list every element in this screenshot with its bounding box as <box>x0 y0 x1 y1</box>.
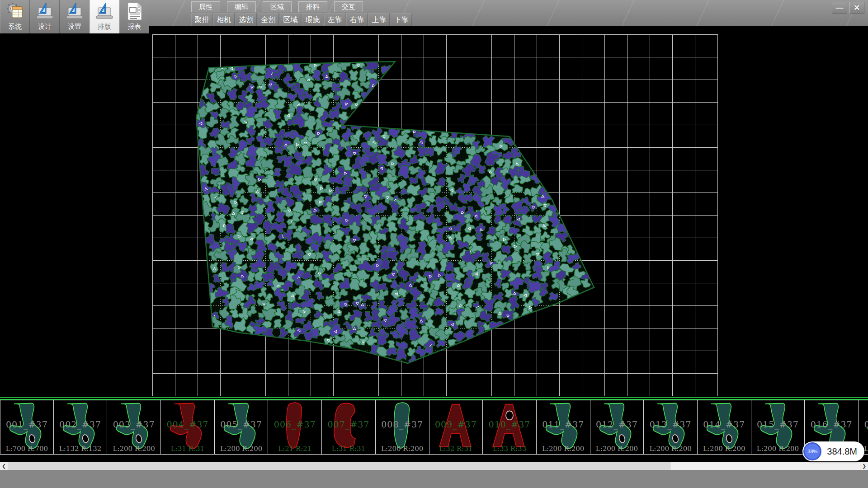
part-id-label: 004_#37 <box>161 419 214 429</box>
nesting-canvas[interactable] <box>0 26 868 397</box>
part-thumbnail[interactable]: 003_#37 L:200 R:200 <box>107 400 161 455</box>
part-id-label: 001_#37 <box>0 419 53 429</box>
part-lr-label: L:200 R:200 <box>107 445 160 453</box>
part-thumbnail[interactable]: 002_#37 L:132 R:132 <box>54 400 108 455</box>
report-doc-icon <box>124 1 144 21</box>
action-button-snap-left[interactable]: 左靠 <box>324 13 345 26</box>
toolbar-button-settings[interactable]: 设置 <box>60 0 90 33</box>
part-thumbnail[interactable]: 012_#37 L:200 R:200 <box>590 400 644 455</box>
part-lr-label: L:33 R:33 <box>483 445 536 453</box>
main-icon-toolbar: 系统 设计 设置 排版 报表 <box>0 0 149 33</box>
part-thumbnail[interactable]: 015_#37 L:200 R:200 <box>751 400 805 455</box>
action-button-snap-right[interactable]: 右靠 <box>346 13 368 26</box>
part-id-label: 008_#37 <box>376 419 429 429</box>
action-button-area[interactable]: 区域 <box>280 13 301 26</box>
part-id-label: 014_#37 <box>698 419 751 429</box>
part-lr-label: L:200 R:200 <box>698 445 751 453</box>
part-id-label: 012_#37 <box>590 419 644 429</box>
gear-doc-icon <box>5 1 25 21</box>
action-button-snap-down[interactable]: 下靠 <box>391 13 412 26</box>
tab-nesting[interactable]: 排料 <box>298 1 327 12</box>
part-lr-label: L:132 R:132 <box>54 445 107 453</box>
part-lr-label: L:200 R:200 <box>751 445 805 453</box>
part-lr-label: L:31 R:31 <box>161 445 214 453</box>
horizontal-scrollbar[interactable]: ❮ ❯ <box>0 462 868 470</box>
toolbar-button-label: 设计 <box>38 23 52 31</box>
part-lr-label: L:32 R:31 <box>429 445 483 453</box>
ruler-laptop-icon <box>35 1 55 21</box>
parts-strip-divider <box>0 397 868 400</box>
memory-status-badge[interactable]: 38% 384.8M <box>802 441 864 461</box>
tab-edit[interactable]: 编辑 <box>227 1 256 12</box>
scrollbar-thumb[interactable] <box>8 462 670 470</box>
part-thumbnail[interactable]: 013_#37 L:200 R:200 <box>644 400 698 455</box>
action-button-defect[interactable]: 瑕疵 <box>302 13 323 26</box>
toolbar-button-label: 排版 <box>98 23 111 31</box>
tab-region[interactable]: 区域 <box>263 1 292 12</box>
close-button[interactable]: ✕ <box>849 2 864 14</box>
part-id-label: 006_#37 <box>268 419 321 429</box>
part-id-label: 013_#37 <box>644 419 697 429</box>
action-button-cut-all[interactable]: 全割 <box>258 13 279 26</box>
part-id-label: 002_#37 <box>54 419 107 429</box>
toolbar-button-design[interactable]: 设计 <box>30 0 60 33</box>
action-button-camera[interactable]: 相机 <box>213 13 235 26</box>
minimize-button[interactable]: — <box>832 2 847 14</box>
scroll-left-icon[interactable]: ❮ <box>0 462 8 470</box>
parts-thumbnail-strip: 001_#37 L:700 R:700 002_#37 L:132 R:132 … <box>0 400 868 455</box>
part-thumbnail[interactable]: 004_#37 L:31 R:31 <box>161 400 215 455</box>
ruler-laptop-icon <box>94 1 114 21</box>
menu-tab-bar: 属性编辑区域排料交互 <box>191 1 363 12</box>
toolbar-button-label: 报表 <box>127 23 141 31</box>
action-button-cluster-nest[interactable]: 聚排 <box>191 13 212 26</box>
part-lr-label: L:700 R:700 <box>0 445 53 453</box>
part-lr-label: L:200 R:200 <box>590 445 644 453</box>
status-footer <box>0 470 868 488</box>
tab-interactive[interactable]: 交互 <box>334 1 363 12</box>
part-lr-label: L:21 R:21 <box>268 445 321 453</box>
memory-value: 384.8M <box>827 446 857 457</box>
action-button-bar: 聚排相机选割全割区域瑕疵左靠右靠上靠下靠 <box>191 13 412 26</box>
part-lr-label: L:200 R:200 <box>644 445 697 453</box>
action-button-select-cut[interactable]: 选割 <box>236 13 257 26</box>
part-lr-label: L:200 R:200 <box>376 445 429 453</box>
ruler-laptop-icon <box>65 1 85 21</box>
part-id-label: 005_#37 <box>215 419 268 429</box>
toolbar-button-label: 系统 <box>8 23 22 31</box>
part-id-label: 011_#37 <box>537 419 590 429</box>
part-id-label: 009_#37 <box>429 419 483 429</box>
toolbar-button-system[interactable]: 系统 <box>0 0 30 33</box>
toolbar-button-layout[interactable]: 排版 <box>90 0 119 33</box>
progress-value: 38% <box>807 449 817 454</box>
part-id-label: 007_#37 <box>322 419 375 429</box>
part-id-label: 016_#37 <box>805 419 858 429</box>
toolbar-button-report[interactable]: 报表 <box>119 0 149 33</box>
part-id-label: 017_#37 <box>859 419 868 429</box>
part-thumbnail[interactable]: 010_#37 L:33 R:33 <box>483 400 537 455</box>
window-controls: — ✕ <box>832 2 864 14</box>
part-lr-label: L:200 R:200 <box>537 445 590 453</box>
part-id-label: 003_#37 <box>107 419 160 429</box>
part-thumbnail[interactable]: 007_#37 L:31 R:31 <box>322 400 376 455</box>
toolbar-button-label: 设置 <box>68 23 81 31</box>
part-thumbnail[interactable]: 014_#37 L:200 R:200 <box>698 400 751 455</box>
part-thumbnail[interactable]: 008_#37 L:200 R:200 <box>376 400 429 455</box>
part-thumbnail[interactable]: 001_#37 L:700 R:700 <box>0 400 54 455</box>
part-thumbnail[interactable]: 005_#37 L:200 R:200 <box>215 400 269 455</box>
scroll-right-icon[interactable]: ❯ <box>860 462 868 470</box>
part-thumbnail[interactable]: 009_#37 L:32 R:31 <box>429 400 483 455</box>
part-lr-label: L:200 R:200 <box>215 445 268 453</box>
part-thumbnail[interactable]: 011_#37 L:200 R:200 <box>537 400 590 455</box>
progress-circle: 38% <box>803 442 821 460</box>
tab-properties[interactable]: 属性 <box>191 1 220 12</box>
part-thumbnail[interactable]: 006_#37 L:21 R:21 <box>268 400 322 455</box>
part-id-label: 015_#37 <box>751 419 805 429</box>
part-id-label: 010_#37 <box>483 419 536 429</box>
action-button-snap-up[interactable]: 上靠 <box>368 13 390 26</box>
part-lr-label: L:31 R:31 <box>322 445 375 453</box>
